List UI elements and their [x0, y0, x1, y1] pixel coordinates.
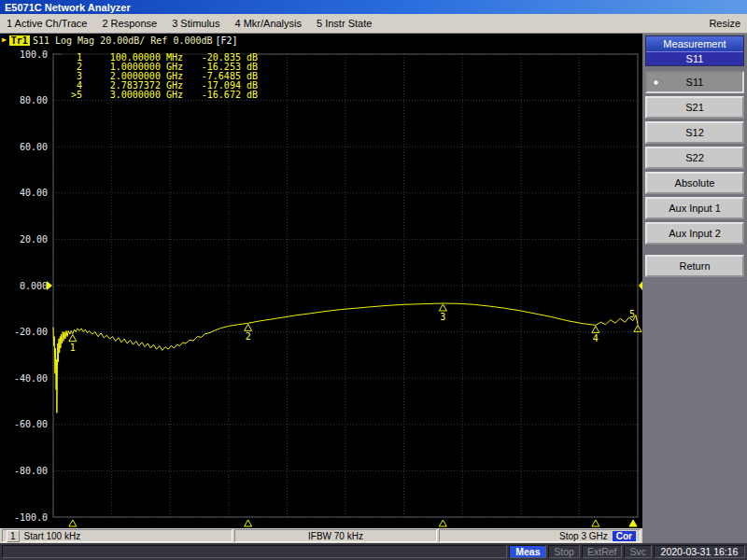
svg-text:1: 1: [70, 343, 76, 353]
svg-text:20.00: 20.00: [20, 234, 48, 245]
softkey-return[interactable]: Return: [645, 255, 744, 277]
svg-text:40.00: 40.00: [20, 188, 48, 198]
softkey-s21[interactable]: S21: [645, 96, 744, 119]
status-ifbw-segment: IFBW 70 kHz: [234, 529, 436, 542]
softkey-menu-title: Measurement: [646, 36, 743, 51]
stop-frequency-label: Stop 3 GHz: [559, 531, 608, 541]
svg-text:80.00: 80.00: [20, 95, 48, 105]
menu-response[interactable]: 2 Response: [102, 18, 157, 29]
meas-status-badge: Meas: [509, 545, 546, 558]
softkey-s12[interactable]: S12: [645, 121, 744, 144]
softkey-label: Aux Input 2: [669, 228, 721, 239]
svg-text:2: 2: [246, 331, 251, 342]
softkey-label: S22: [685, 152, 704, 163]
s11-trace-plot: 100.080.0060.0040.0020.000.000-20.00-40.…: [0, 47, 642, 528]
main-area: ▶ Tr1 S11 Log Mag 20.00dB/ Ref 0.000dB […: [0, 34, 747, 543]
marker-number: >5: [62, 91, 82, 100]
softkey-absolute[interactable]: Absolute: [645, 172, 744, 194]
svg-text:0.000: 0.000: [20, 281, 48, 291]
svg-text:-20.00: -20.00: [14, 327, 48, 337]
message-area: [2, 545, 507, 558]
trace-format-text: S11 Log Mag 20.00dB/ Ref 0.000dB: [33, 35, 213, 46]
svg-text:-100.0: -100.0: [14, 512, 48, 523]
svc-label: Svc: [629, 546, 646, 557]
analyzer-screen: E5071C Network Analyzer 1 Active Ch/Trac…: [0, 0, 747, 560]
start-frequency-label: Start 100 kHz: [24, 531, 81, 541]
svg-text:-40.00: -40.00: [14, 373, 48, 384]
ifbw-label: IFBW 70 kHz: [308, 531, 363, 541]
status-start-segment: 1 Start 100 kHz: [2, 529, 233, 542]
softkey-label: Aux Input 1: [669, 203, 721, 214]
channel-status-bar: 1 Start 100 kHz IFBW 70 kHz Stop 3 GHz C…: [0, 528, 642, 543]
extref-label: ExtRef: [587, 546, 617, 557]
resize-button[interactable]: Resize: [709, 18, 740, 29]
svg-text:-80.00: -80.00: [14, 466, 48, 476]
svg-text:100.0: 100.0: [20, 49, 48, 60]
menu-active-ch-trace[interactable]: 1 Active Ch/Trace: [7, 18, 87, 29]
menu-bar: 1 Active Ch/Trace 2 Response 3 Stimulus …: [0, 14, 747, 34]
title-bar: E5071C Network Analyzer: [0, 0, 747, 14]
marker-frequency: 3.0000000 GHz: [82, 91, 183, 100]
status-stop-segment: Stop 3 GHz Cor: [439, 529, 641, 542]
marker-value: -16.672 dB: [183, 91, 258, 100]
softkey-label: S11: [686, 77, 704, 88]
softkey-label: S21: [685, 102, 704, 113]
window-title: E5071C Network Analyzer: [5, 2, 131, 13]
graph-column: ▶ Tr1 S11 Log Mag 20.00dB/ Ref 0.000dB […: [0, 34, 642, 543]
svg-text:5: 5: [629, 309, 635, 319]
datetime-label: 2020-03-31 16:16: [661, 546, 739, 557]
svg-text:3: 3: [440, 312, 445, 322]
marker-row-5-active: >5 3.0000000 GHz -16.672 dB: [62, 91, 258, 100]
softkey-s22[interactable]: S22: [645, 147, 744, 169]
instrument-status-bar: Meas Stop ExtRef Svc 2020-03-31 16:16: [0, 543, 747, 560]
softkey-menu-subtitle: S11: [646, 51, 743, 65]
channel-number-box: 1: [7, 530, 20, 542]
menu-instr-state[interactable]: 5 Instr State: [317, 18, 372, 29]
svg-text:60.00: 60.00: [20, 142, 48, 152]
softkey-label: Return: [679, 260, 710, 272]
svg-text:-60.00: -60.00: [14, 419, 48, 429]
softkey-gap: [645, 247, 744, 252]
menu-stimulus[interactable]: 3 Stimulus: [172, 18, 219, 29]
datetime-display: 2020-03-31 16:16: [654, 545, 745, 558]
plot-area: 100.080.0060.0040.0020.000.000-20.00-40.…: [0, 47, 642, 528]
softkey-sidebar: Measurement S11 S11 S21 S12 S22 Absolute…: [642, 34, 747, 543]
trace-info-bar: ▶ Tr1 S11 Log Mag 20.00dB/ Ref 0.000dB […: [0, 34, 642, 47]
stop-label: Stop: [554, 546, 574, 557]
marker-readout-table: 1 100.00000 MHz -20.835 dB 2 1.0000000 G…: [62, 53, 258, 100]
softkey-label: S12: [685, 127, 704, 138]
softkey-s11[interactable]: S11: [645, 71, 744, 93]
correction-status-badge: Cor: [613, 531, 636, 541]
softkey-label: Absolute: [675, 177, 715, 189]
softkey-menu-header: Measurement S11: [645, 35, 744, 66]
menu-mkr-analysis[interactable]: 4 Mkr/Analysis: [234, 18, 302, 29]
active-trace-arrow-icon: ▶: [2, 36, 7, 44]
softkey-aux-input-2[interactable]: Aux Input 2: [645, 222, 744, 245]
trace-fixture-text: [F2]: [216, 35, 238, 46]
trace-label-chip[interactable]: Tr1: [9, 35, 30, 46]
softkey-aux-input-1[interactable]: Aux Input 1: [645, 197, 744, 219]
svc-indicator: Svc: [624, 545, 652, 558]
extref-indicator: ExtRef: [582, 545, 623, 558]
selected-bullet-icon: [654, 80, 658, 85]
meas-label: Meas: [515, 546, 540, 557]
sweep-stop-indicator: Stop: [548, 545, 580, 558]
svg-text:4: 4: [593, 333, 599, 343]
